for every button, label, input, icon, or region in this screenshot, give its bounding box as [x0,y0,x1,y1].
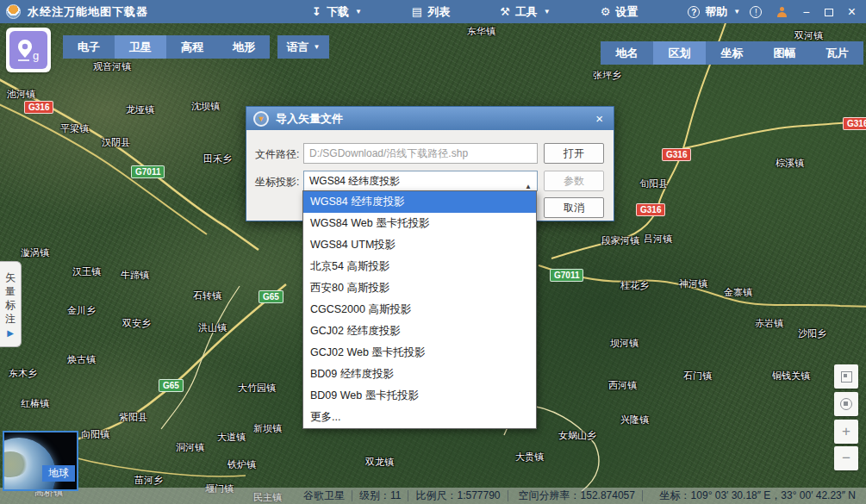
projection-combobox[interactable]: WGS84 经纬度投影 ▲ [303,171,538,191]
minimize-icon[interactable] [802,6,809,18]
map-place-label: 汉王镇 [72,265,101,278]
plus-icon [842,423,850,440]
map-place-label: 段家河镇 [601,234,639,247]
map-place-label: 女娲山乡 [558,429,596,442]
overlay-bar: 地名区划坐标图幅瓦片 [601,41,863,65]
map-place-label: 赤岩镇 [755,317,783,330]
fullscreen-button[interactable] [834,364,858,389]
overlay-区划[interactable]: 区划 [653,41,706,65]
road-badge-G316: G316 [24,101,53,114]
map-place-label: 沈坝镇 [191,100,220,113]
dropdown-item[interactable]: GCJ02 经纬度投影 [303,320,536,342]
map-place-label: 漩涡镇 [21,246,49,259]
menu-list[interactable]: ▤列表 [412,4,450,20]
map-type-bar: 电子卫星高程地形 [63,35,270,59]
overlay-瓦片[interactable]: 瓦片 [811,41,863,65]
vector-tab-char: 标 [5,298,16,312]
map-place-label: 吕河镇 [644,233,672,246]
menu-label: 工具 [515,4,538,20]
earth-thumbnail[interactable]: 地球 [3,431,78,491]
map-type-卫星[interactable]: 卫星 [115,35,166,59]
dialog-title: 导入矢量文件 [276,111,343,127]
language-button[interactable]: 语言 ▼ [277,35,329,59]
dropdown-item[interactable]: BD09 经纬度投影 [303,364,536,385]
info-icon[interactable] [750,6,762,18]
status-separator [508,490,508,501]
file-path-label: 文件路径: [255,147,299,162]
projection-label: 坐标投影: [255,175,299,190]
dialog-close-icon[interactable]: × [592,111,607,126]
dropdown-item[interactable]: 北京54 高斯投影 [303,256,536,277]
dropdown-item[interactable]: CGCS2000 高斯投影 [303,299,536,320]
map-place-label: 苗河乡 [134,474,163,487]
map-place-label: 洪山镇 [198,321,227,334]
map-place-label: 红椿镇 [21,397,49,410]
zoom-out-button[interactable] [834,446,858,470]
caret-down-icon: ▼ [544,8,551,16]
menu-tools[interactable]: ⚒工具▼ [500,4,551,20]
map-place-label: 池河镇 [7,88,35,101]
menu-help[interactable]: ?帮助▼ [688,4,740,20]
close-icon[interactable] [848,6,856,18]
params-button[interactable]: 参数 [544,171,604,191]
gear-icon: ⚙ [601,6,611,18]
file-path-input[interactable]: D:/SGDownload/沿线下载路径.shp [303,143,538,164]
minus-icon [842,450,850,467]
map-place-label: 焕古镇 [67,353,96,366]
caret-down-icon: ▼ [314,43,321,51]
map-type-高程[interactable]: 高程 [166,35,218,59]
vector-annotation-tab[interactable]: 矢量标注▶ [0,261,22,347]
menu-label: 列表 [427,4,450,20]
map-place-label: 西河镇 [608,379,637,392]
dropdown-item[interactable]: GCJ02 Web 墨卡托投影 [303,342,536,364]
map-place-label: 大竹园镇 [238,382,276,395]
dropdown-item[interactable]: WGS84 Web 墨卡托投影 [303,213,536,234]
dropdown-item[interactable]: BD09 Web 墨卡托投影 [303,385,536,407]
map-place-label: 大贵镇 [515,451,544,464]
status-item: 空间分辨率：152.874057 [512,488,642,503]
dropdown-item[interactable]: WGS84 UTM投影 [303,234,536,256]
map-place-label: 石转镇 [193,289,221,302]
map-place-label: 双河镇 [794,29,823,42]
menu-bar: ↧下载▼▤列表⚒工具▼⚙设置?帮助▼ [312,4,740,20]
cancel-button[interactable]: 取消 [544,197,604,218]
dropdown-item[interactable]: 西安80 高斯投影 [303,277,536,299]
svg-text:g: g [33,49,39,62]
app-window: 东华镇双河镇观音河镇张坪乡池河镇沈坝镇龙垭镇平梁镇汉阴县田禾乡棕溪镇旬阳县吕河镇… [0,0,866,504]
globe-download-icon [253,111,269,127]
caret-down-icon: ▼ [355,8,362,16]
overlay-坐标[interactable]: 坐标 [706,41,758,65]
map-place-label: 铜钱关镇 [772,370,810,383]
titlebar[interactable]: 水经注万能地图下载器 ↧下载▼▤列表⚒工具▼⚙设置?帮助▼ [0,0,866,23]
map-place-label: 东木乡 [9,367,37,380]
dropdown-item[interactable]: WGS84 经纬度投影 [303,191,536,213]
road-badge-G65: G65 [159,379,184,392]
center-target-icon [840,398,852,410]
menu-settings[interactable]: ⚙设置 [601,4,639,20]
maximize-icon[interactable] [825,9,833,16]
map-place-label: 新坝镇 [253,422,282,435]
map-type-电子[interactable]: 电子 [63,35,115,59]
map-place-label: 洞河镇 [176,441,204,454]
map-place-label: 金寨镇 [724,286,752,299]
map-place-label: 神河镇 [679,277,707,290]
map-place-label: 紫阳县 [119,411,147,424]
overlay-图幅[interactable]: 图幅 [758,41,811,65]
dialog-header[interactable]: 导入矢量文件 × [246,107,614,130]
map-place-label: 田禾乡 [203,152,232,165]
app-title: 水经注万能地图下载器 [28,4,148,20]
zoom-in-button[interactable] [834,420,858,444]
dropdown-item[interactable]: 更多... [303,407,536,428]
map-place-label: 双安乡 [122,317,151,330]
map-place-label: 旬阳县 [639,177,668,190]
download-icon: ↧ [312,6,321,18]
overlay-地名[interactable]: 地名 [601,41,653,65]
user-icon[interactable] [776,7,788,17]
map-logo-tile[interactable]: g [6,28,51,72]
menu-label: 下载 [327,4,349,20]
center-button[interactable] [834,392,858,416]
vector-tab-char: 矢 [5,271,16,284]
open-button[interactable]: 打开 [544,143,604,164]
map-type-地形[interactable]: 地形 [218,35,270,59]
menu-download[interactable]: ↧下载▼ [312,4,362,20]
